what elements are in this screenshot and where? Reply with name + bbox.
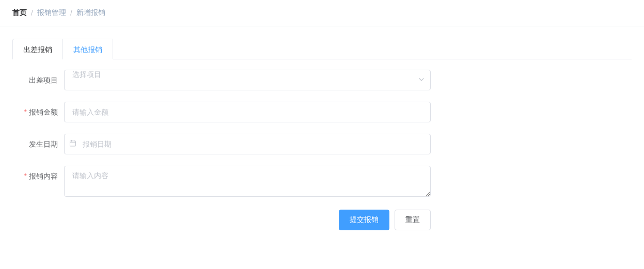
breadcrumb-home[interactable]: 首页 [12,8,27,18]
project-label: 出差项目 [12,70,64,90]
breadcrumb-separator: / [70,9,72,17]
breadcrumb-level1[interactable]: 报销管理 [37,8,66,18]
form-row-amount: *报销金额 [12,102,431,122]
project-select[interactable]: 选择项目 [64,70,431,90]
form-row-project: 出差项目 选择项目 [12,70,431,90]
reset-button[interactable]: 重置 [395,210,431,230]
form-row-date: 发生日期 [12,134,431,154]
tabs: 出差报销 其他报销 [12,39,632,59]
required-marker: * [24,108,27,116]
required-marker: * [24,172,27,180]
reimbursement-form: 出差项目 选择项目 *报销金额 [12,70,431,230]
content-label: *报销内容 [12,166,64,186]
tab-other-reimbursement[interactable]: 其他报销 [63,39,113,59]
content-textarea[interactable] [64,166,431,197]
breadcrumb-separator: / [31,9,33,17]
form-actions: 提交报销 重置 [12,210,431,230]
submit-button[interactable]: 提交报销 [339,210,389,230]
date-input[interactable] [64,134,431,154]
amount-input[interactable] [64,102,431,122]
breadcrumb-level2: 新增报销 [76,8,105,18]
form-row-content: *报销内容 [12,166,431,198]
amount-label: *报销金额 [12,102,64,122]
breadcrumb: 首页 / 报销管理 / 新增报销 [0,0,644,26]
date-label: 发生日期 [12,134,64,154]
tab-travel-reimbursement[interactable]: 出差报销 [12,39,63,59]
